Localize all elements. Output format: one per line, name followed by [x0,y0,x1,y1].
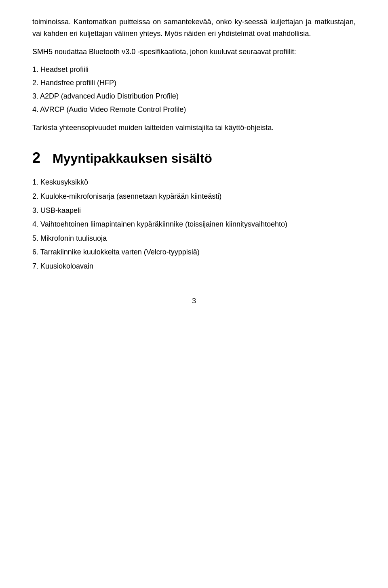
section-2-number: 2 [32,149,44,166]
profile-item-4: 4. AVRCP (Audio Video Remote Control Pro… [32,104,356,116]
intro-paragraph-1: toiminoissa. Kantomatkan puitteissa on s… [32,16,356,40]
section-2-heading: 2 Myyntipakkauksen sisältö [32,149,356,166]
bluetooth-intro: SMH5 noudattaa Bluetooth v3.0 -spesifika… [32,46,356,58]
profile-item-3: 3. A2DP (advanced Audio Distribution Pro… [32,90,356,102]
package-item-7: 7. Kuusiokoloavain [32,260,356,273]
sales-package-list: 1. Keskusyksikkö 2. Kuuloke-mikrofonisar… [32,176,356,272]
package-item-6: 6. Tarrakiinnike kuulokkeita varten (Vel… [32,246,356,258]
page-number: 3 [32,297,356,305]
package-item-3: 3. USB-kaapeli [32,204,356,217]
package-item-2: 2. Kuuloke-mikrofonisarja (asennetaan ky… [32,190,356,203]
bluetooth-profiles-list: 1. Headset profiili 2. Handsfree profiil… [32,64,356,115]
profile-item-1: 1. Headset profiili [32,64,356,76]
package-item-1: 1. Keskusyksikkö [32,176,356,189]
package-item-4: 4. Vaihtoehtoinen liimapintainen kypäräk… [32,218,356,231]
profile-item-2: 2. Handsfree profiili (HFP) [32,77,356,89]
package-item-5: 5. Mikrofonin tuulisuoja [32,232,356,245]
compatibility-note: Tarkista yhteensopivuudet muiden laittei… [32,122,356,134]
section-2-title: Myyntipakkauksen sisältö [53,151,212,166]
